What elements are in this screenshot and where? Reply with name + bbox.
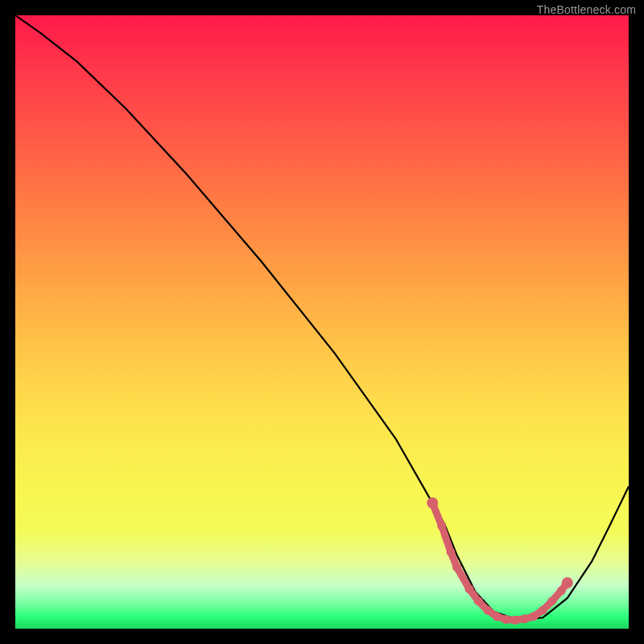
highlight-marker-dot: [483, 606, 492, 615]
highlight-marker-dot: [529, 612, 538, 621]
highlight-marker-band: [432, 503, 568, 621]
chart-overlay: [15, 15, 629, 629]
highlight-marker-dot: [562, 577, 573, 588]
highlight-marker-dot: [447, 547, 456, 556]
highlight-marker-dot: [437, 522, 446, 530]
highlight-markers: [427, 497, 573, 625]
gradient-plot-area: [15, 15, 629, 629]
highlight-marker-dot: [520, 614, 529, 623]
highlight-marker-dot: [452, 563, 461, 572]
page-frame: TheBottleneck.com: [0, 0, 644, 644]
highlight-marker-dot: [427, 497, 438, 509]
highlight-marker-dot: [539, 606, 547, 615]
watermark-label: TheBottleneck.com: [537, 3, 636, 16]
highlight-marker-dot: [474, 597, 483, 605]
highlight-marker-dot: [493, 612, 502, 621]
highlight-marker-dot: [557, 586, 566, 595]
highlight-marker-dot: [502, 615, 510, 624]
bottleneck-curve: [15, 15, 629, 620]
highlight-marker-dot: [511, 616, 520, 625]
highlight-marker-dot: [547, 597, 556, 605]
highlight-marker-dot: [464, 584, 473, 593]
